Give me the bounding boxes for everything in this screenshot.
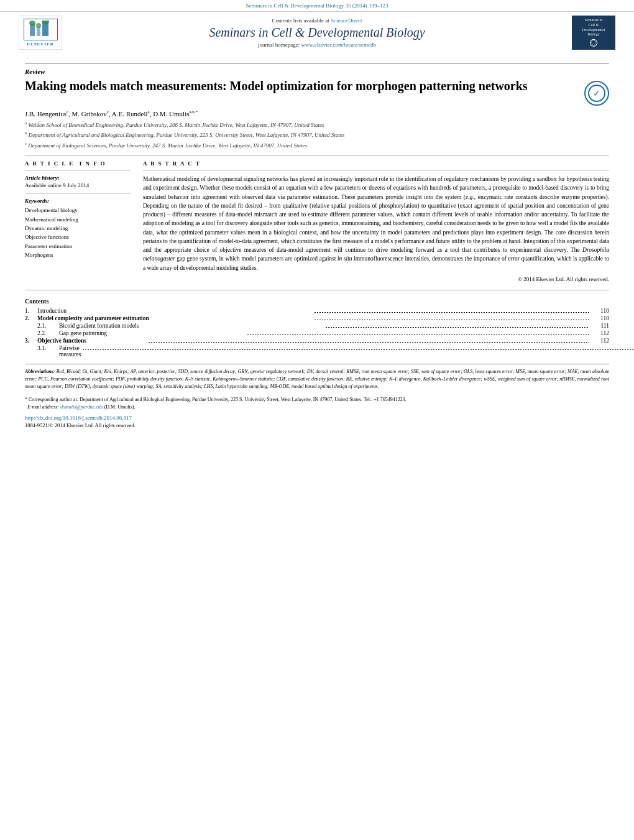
article-history-label: Article history: bbox=[25, 175, 131, 181]
copyright: © 2014 Elsevier Ltd. All rights reserved… bbox=[143, 276, 609, 282]
toc-dots-31 bbox=[82, 345, 634, 351]
toc-num-22: 2.2. bbox=[37, 330, 59, 336]
paper-title: Making models match measurements: Model … bbox=[25, 78, 575, 94]
contents-available: Contents lists available at ScienceDirec… bbox=[62, 17, 572, 24]
toc-label-1: Introduction bbox=[37, 308, 313, 314]
toc-item-21: 2.1. Bicoid gradient formation models bbox=[25, 323, 609, 329]
section-label: Review bbox=[25, 68, 609, 75]
toc-page-22: 112 bbox=[590, 330, 609, 336]
sciencedirect-link[interactable]: ScienceDirect bbox=[331, 17, 362, 24]
toc-item-2: 2. Model complexity and parameter estima… bbox=[25, 315, 609, 321]
keyword-5: Parameter estimation bbox=[25, 242, 131, 251]
email-name: (D.M. Umulis). bbox=[104, 404, 136, 410]
contents-section: Contents 1. Introduction bbox=[25, 298, 609, 358]
abstract-heading: A B S T R A C T bbox=[143, 160, 609, 167]
affiliation-divider bbox=[25, 155, 609, 155]
predictions-text: predictions bbox=[443, 229, 469, 236]
doi-section: http://dx.doi.org/10.1016/j.semcdb.2014.… bbox=[25, 415, 609, 428]
toc-item-31: 3.1. Pairwise measures bbox=[25, 345, 609, 358]
svg-point-4 bbox=[36, 23, 41, 28]
toc-dots-3 bbox=[148, 338, 589, 343]
toc-label-22: Gap gene patterning bbox=[59, 330, 246, 336]
toc-num-3: 3. bbox=[25, 338, 37, 344]
homepage-link[interactable]: www.elsevier.com/locate/semcdb bbox=[301, 42, 376, 48]
header-divider bbox=[25, 63, 609, 64]
main-divider bbox=[25, 290, 609, 290]
toc-dots-22 bbox=[247, 330, 589, 336]
keyword-1: Developmental biology bbox=[25, 206, 131, 215]
toc-page-2: 110 bbox=[590, 315, 609, 321]
toc-item-22: 2.2. Gap gene patterning bbox=[25, 330, 609, 336]
journal-citation: Seminars in Cell & Developmental Biology… bbox=[12, 2, 622, 9]
toc-item-3: 3. Objective functions bbox=[25, 338, 609, 344]
keyword-6: Morphogens bbox=[25, 251, 131, 259]
toc-label-21: Bicoid gradient formation models bbox=[59, 323, 324, 329]
toc-num-2: 2. bbox=[25, 315, 37, 321]
corresponding-author: * Corresponding author at: Department of… bbox=[25, 396, 609, 411]
journal-homepage: journal homepage: www.elsevier.com/locat… bbox=[62, 42, 572, 48]
issn-text: 1084-9521/© 2014 Elsevier Ltd. All right… bbox=[25, 422, 609, 428]
journal-title: Seminars in Cell & Developmental Biology bbox=[62, 25, 572, 40]
toc-item-1: 1. Introduction bbox=[25, 308, 609, 314]
footnote-section: Abbreviations: Bcd, Bicoid; Gt, Giant; K… bbox=[25, 364, 609, 428]
keyword-4: Objective functions bbox=[25, 233, 131, 241]
toc-dots-2 bbox=[314, 315, 589, 321]
email-link[interactable]: dumulis@purdue.edu bbox=[60, 404, 103, 410]
toc-num-31: 3.1. bbox=[37, 345, 59, 351]
svg-rect-2 bbox=[42, 22, 48, 36]
svg-rect-1 bbox=[37, 27, 40, 36]
article-info-heading: A R T I C L E I N F O bbox=[25, 160, 131, 167]
affiliations: a Weldon School of Biomedical Engineerin… bbox=[25, 120, 609, 150]
toc-label-31: Pairwise measures bbox=[59, 345, 81, 358]
abbreviations-text: Abbreviations: Bcd, Bicoid; Gt, Giant; K… bbox=[25, 368, 609, 390]
journal-header: Seminars in Cell & Developmental Biology… bbox=[0, 0, 634, 53]
keyword-2: Mathematical modeling bbox=[25, 215, 131, 224]
svg-point-3 bbox=[29, 21, 35, 25]
keywords-list: Developmental biology Mathematical model… bbox=[25, 206, 131, 259]
contents-title: Contents bbox=[25, 298, 609, 305]
keywords-label: Keywords: bbox=[25, 198, 131, 204]
svg-text:✓: ✓ bbox=[593, 89, 600, 98]
toc-dots-1 bbox=[314, 308, 589, 313]
toc-page-3: 112 bbox=[590, 338, 609, 344]
doi-link[interactable]: http://dx.doi.org/10.1016/j.semcdb.2014.… bbox=[25, 415, 609, 421]
toc-label-3: Objective functions bbox=[37, 338, 147, 344]
elsevier-logo: ELSEVIER bbox=[19, 16, 62, 50]
keyword-3: Dynamic modeling bbox=[25, 224, 131, 233]
available-online: Available online 9 July 2014 bbox=[25, 182, 131, 188]
abstract-text: Mathematical modeling of developmental s… bbox=[143, 175, 609, 272]
authors: J.B. Hengeniusc, M. Gribskovc, A.E. Rund… bbox=[25, 109, 609, 118]
crossmark-icon: ✓ bbox=[584, 81, 609, 106]
toc-num-21: 2.1. bbox=[37, 323, 59, 329]
toc-label-2: Model complexity and parameter estimatio… bbox=[37, 315, 313, 321]
toc-page-1: 110 bbox=[590, 308, 609, 314]
toc-num-1: 1. bbox=[25, 308, 37, 314]
toc-page-21: 111 bbox=[590, 323, 609, 329]
toc-dots-21 bbox=[325, 323, 590, 328]
journal-logo-right: Seminars in Cell & Developmental Biology bbox=[572, 16, 615, 50]
